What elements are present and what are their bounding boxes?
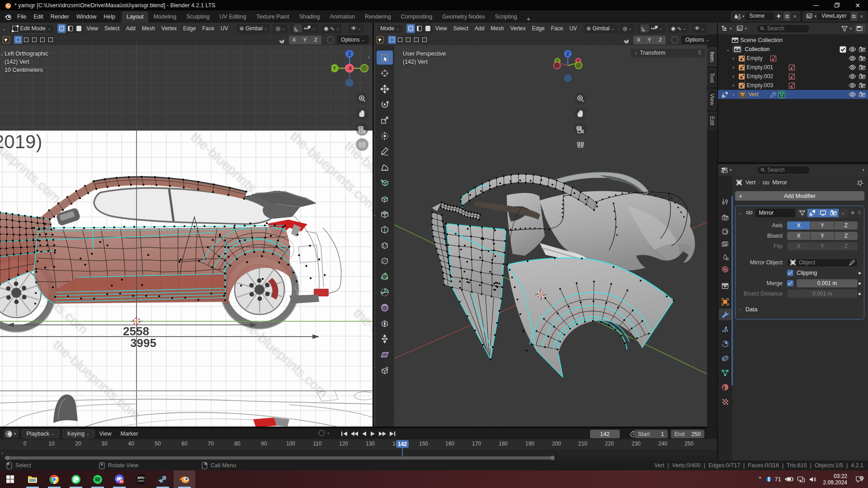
svg-text:Y: Y [333,66,336,71]
svg-text:120: 120 [339,441,348,447]
svg-text:70: 70 [208,441,214,447]
svg-text:190: 190 [525,441,534,447]
svg-text:210: 210 [578,441,587,447]
svg-text:220: 220 [605,441,614,447]
svg-text:80: 80 [234,441,241,447]
svg-text:90: 90 [261,441,267,447]
svg-text:110: 110 [313,441,321,447]
svg-text:3995: 3995 [130,336,156,350]
svg-text:60: 60 [181,441,188,447]
svg-text:0: 0 [24,441,27,447]
svg-text:-X: -X [347,66,353,71]
svg-text:130: 130 [366,441,375,447]
svg-text:40: 40 [128,441,134,447]
svg-text:200: 200 [552,441,561,447]
svg-text:142: 142 [398,441,407,447]
svg-text:160: 160 [445,441,454,447]
svg-text:150: 150 [419,441,428,447]
svg-text:›: › [1,450,3,455]
svg-text:30: 30 [101,441,108,447]
svg-text:2019): 2019) [0,131,42,152]
svg-text:170: 170 [472,441,481,447]
svg-text:240: 240 [658,441,667,447]
svg-text:9+: 9+ [120,480,123,483]
svg-text:50: 50 [155,441,161,447]
svg-text:GAMES: GAMES [138,479,145,482]
svg-text:Z: Z [348,51,351,56]
svg-text:Z: Z [566,52,569,56]
svg-text:10: 10 [48,441,55,447]
svg-text:180: 180 [499,441,508,447]
svg-text:100: 100 [286,441,295,447]
svg-text:230: 230 [632,441,641,447]
svg-text:250: 250 [684,441,693,447]
svg-text:EPIC: EPIC [137,476,144,479]
svg-text:20: 20 [75,441,81,447]
